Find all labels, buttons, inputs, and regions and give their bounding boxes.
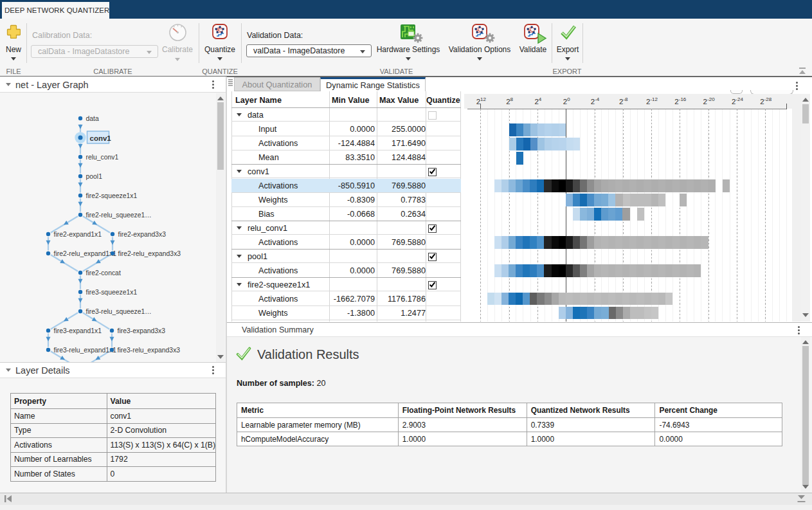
svg-text:fire2-expand3x3: fire2-expand3x3 [118,231,167,238]
svg-text:fire3-expand1x1: fire3-expand1x1 [54,327,102,334]
svg-text:fire2-relu_squeeze1…: fire2-relu_squeeze1… [86,212,152,219]
svg-text:fire2-expand1x1: fire2-expand1x1 [54,231,102,238]
svg-text:fire2-relu_expand3x3: fire2-relu_expand3x3 [118,250,181,257]
svg-text:pool1: pool1 [86,173,103,180]
svg-text:conv1: conv1 [90,134,112,142]
svg-text:fire2-squeeze1x1: fire2-squeeze1x1 [86,192,138,199]
svg-text:fire3-relu_squeeze1…: fire3-relu_squeeze1… [86,308,152,315]
svg-text:data: data [86,115,99,122]
svg-text:fire3-squeeze1x1: fire3-squeeze1x1 [86,289,138,296]
svg-text:fire3-expand3x3: fire3-expand3x3 [118,327,166,334]
svg-text:fire3-relu_expand3x3: fire3-relu_expand3x3 [118,347,181,354]
svg-text:relu_conv1: relu_conv1 [86,154,119,161]
svg-text:fire2-concat: fire2-concat [86,269,121,277]
svg-text:fire2-relu_expand1x1: fire2-relu_expand1x1 [54,250,117,257]
svg-text:fire3-relu_expand1x1: fire3-relu_expand1x1 [54,347,117,354]
